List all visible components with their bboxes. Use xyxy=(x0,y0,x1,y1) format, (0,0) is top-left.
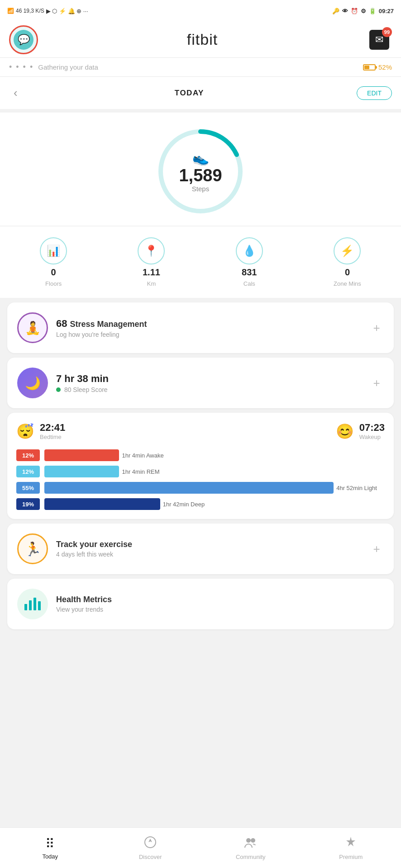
sleep-card[interactable]: 🌙 7 hr 38 min 80 Sleep Score + xyxy=(7,358,394,408)
steps-center: 👟 1,589 Steps xyxy=(179,150,222,193)
steps-shoe-icon: 👟 xyxy=(179,150,222,166)
sync-bar: • • • • Gathering your data 52% xyxy=(0,58,401,77)
awake-pct: 12% xyxy=(16,449,40,461)
exercise-title: Track your exercise xyxy=(56,540,132,549)
svg-point-6 xyxy=(145,837,156,848)
steps-circle[interactable]: 👟 1,589 Steps xyxy=(155,126,246,217)
stats-row: 📊 0 Floors 📍 1.11 Km 💧 831 Cals ⚡ 0 Zone… xyxy=(0,226,401,298)
cals-icon: 💧 xyxy=(236,237,263,264)
battery-status: 🔋 xyxy=(369,8,376,14)
status-right: 🔑 👁 ⏰ ⚙ 🔋 09:27 xyxy=(332,8,394,14)
health-metrics-card[interactable]: Health Metrics View your trends xyxy=(7,579,394,629)
sync-dots-icon: • • • • xyxy=(9,62,33,72)
svg-rect-3 xyxy=(29,600,32,610)
stress-add-button[interactable]: + xyxy=(368,320,385,336)
km-label: Km xyxy=(147,280,156,287)
bottom-nav: ⠿ Today Discover Community Prem xyxy=(0,827,401,868)
health-chart-icon xyxy=(23,594,43,614)
km-icon: 📍 xyxy=(138,237,165,264)
stat-zone[interactable]: ⚡ 0 Zone Mins xyxy=(334,237,361,287)
rem-desc: 1hr 4min REM xyxy=(122,468,159,475)
discover-nav-label: Discover xyxy=(139,854,162,860)
today-nav-icon: ⠿ xyxy=(45,836,55,851)
alarm-icon: ⏰ xyxy=(351,8,358,14)
sleep-score-value: 80 xyxy=(64,386,72,393)
svg-point-8 xyxy=(246,838,251,843)
bedtime-item: 😴 22:41 Bedtime xyxy=(16,422,65,440)
status-info: 46 19,3 K/S xyxy=(16,8,44,14)
avatar-icon: 💬 xyxy=(14,30,33,50)
awake-desc: 1hr 4min Awake xyxy=(122,452,163,459)
stat-km[interactable]: 📍 1.11 Km xyxy=(138,237,165,287)
premium-nav-icon xyxy=(344,836,357,852)
today-header: ‹ TODAY EDIT xyxy=(0,77,401,109)
sleep-add-button[interactable]: + xyxy=(368,375,385,391)
svg-marker-7 xyxy=(148,839,152,842)
sleep-times: 😴 22:41 Bedtime 😊 07:23 Wakeup xyxy=(16,422,385,440)
notification-button[interactable]: ✉ 99 xyxy=(367,27,392,52)
health-info: Health Metrics View your trends xyxy=(56,595,112,613)
icons-row: ▶ ⬡ ⚡ 🔔 ⊕ ··· xyxy=(46,8,88,14)
bedtime-value: 22:41 xyxy=(40,422,65,434)
exercise-add-button[interactable]: + xyxy=(368,541,385,557)
key-icon: 🔑 xyxy=(332,8,339,14)
discover-nav-icon xyxy=(144,836,157,852)
sleep-hours: 7 hr xyxy=(56,373,74,385)
light-desc: 4hr 52min Light xyxy=(336,485,377,491)
bluetooth-icon: ⚙ xyxy=(361,8,366,14)
nav-discover[interactable]: Discover xyxy=(100,836,201,860)
edit-button[interactable]: EDIT xyxy=(357,86,392,100)
wakeup-value: 07:23 xyxy=(359,422,385,434)
sleep-mins: 38 min xyxy=(77,373,109,385)
today-label: TODAY xyxy=(175,89,204,98)
health-title: Health Metrics xyxy=(56,595,112,604)
battery-fill xyxy=(364,66,369,69)
sleep-score-dot xyxy=(56,387,61,392)
steps-section: 👟 1,589 Steps xyxy=(0,113,401,226)
nav-today[interactable]: ⠿ Today xyxy=(0,836,100,860)
bedtime-label: Bedtime xyxy=(40,434,65,440)
exercise-card[interactable]: 🏃 Track your exercise 4 days left this w… xyxy=(7,524,394,574)
signal-icon: 📶 xyxy=(7,8,14,14)
zone-label: Zone Mins xyxy=(334,280,361,287)
sleep-stage-deep: 19% 1hr 42min Deep xyxy=(16,498,385,510)
steps-label: Steps xyxy=(179,185,222,193)
battery-pct: 52% xyxy=(378,63,392,71)
stress-number: 68 xyxy=(56,318,67,330)
svg-rect-2 xyxy=(24,604,27,610)
deep-desc: 1hr 42min Deep xyxy=(163,501,205,508)
stat-floors[interactable]: 📊 0 Floors xyxy=(40,237,67,287)
floors-label: Floors xyxy=(45,280,62,287)
zone-icon: ⚡ xyxy=(334,237,361,264)
avatar-button[interactable]: 💬 xyxy=(9,25,38,54)
sleep-icon: 🌙 xyxy=(17,368,48,398)
km-value: 1.11 xyxy=(143,267,160,278)
back-button[interactable]: ‹ xyxy=(9,84,22,102)
nav-premium[interactable]: Premium xyxy=(301,836,401,860)
stress-icon: 🧘 xyxy=(17,312,48,343)
bedtime-emoji: 😴 xyxy=(16,423,34,440)
floors-icon: 📊 xyxy=(40,237,67,264)
exercise-icon: 🏃 xyxy=(17,533,48,564)
status-left: 📶 46 19,3 K/S ▶ ⬡ ⚡ 🔔 ⊕ ··· xyxy=(7,8,88,14)
svg-rect-5 xyxy=(38,601,41,610)
stat-cals[interactable]: 💧 831 Cals xyxy=(236,237,263,287)
community-nav-label: Community xyxy=(236,854,266,860)
nav-community[interactable]: Community xyxy=(200,836,301,860)
sleep-stage-rem: 12% 1hr 4min REM xyxy=(16,466,385,477)
cals-value: 831 xyxy=(242,267,257,278)
exercise-info: Track your exercise 4 days left this wee… xyxy=(56,540,132,558)
battery-icon xyxy=(363,64,376,71)
stress-card[interactable]: 🧘 68 Stress Management Log how you're fe… xyxy=(7,302,394,353)
notification-badge: 99 xyxy=(382,27,392,37)
sleep-stage-awake: 12% 1hr 4min Awake xyxy=(16,449,385,461)
zone-value: 0 xyxy=(345,267,350,278)
wakeup-item: 😊 07:23 Wakeup xyxy=(336,422,385,440)
deep-pct: 19% xyxy=(16,498,40,510)
time-display: 09:27 xyxy=(379,8,394,14)
sleep-bars: 12% 1hr 4min Awake 12% 1hr 4min REM 55% xyxy=(16,449,385,510)
svg-rect-4 xyxy=(33,598,36,610)
sleep-detail-card: 😴 22:41 Bedtime 😊 07:23 Wakeup 12% xyxy=(7,413,394,519)
premium-nav-label: Premium xyxy=(339,854,363,860)
sync-left: • • • • Gathering your data xyxy=(9,62,98,72)
